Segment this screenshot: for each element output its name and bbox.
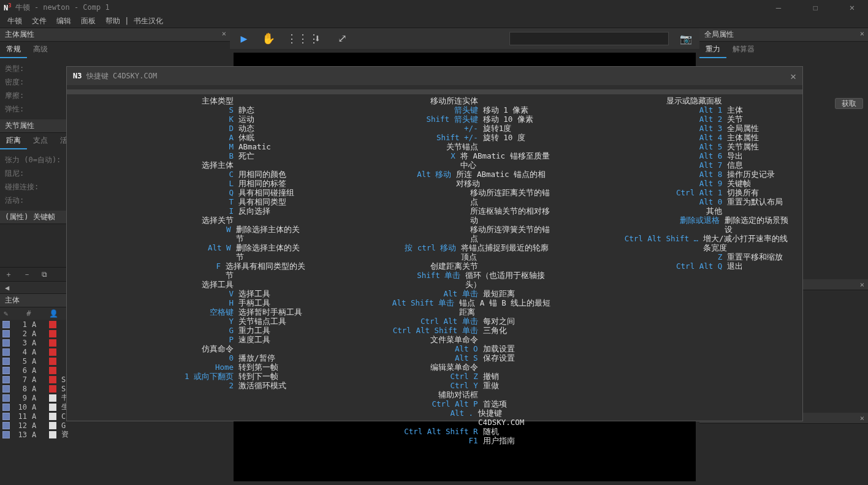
shortcut-key: Ctrl Alt Shift 单击 [319,326,478,335]
shortcut-desc: 主体 [727,105,743,115]
brush-icon[interactable]: ✎ [4,309,8,318]
play-icon[interactable]: ▶ [237,32,251,45]
person-icon[interactable]: 👤 [49,309,58,318]
shortcut-desc: 激活循环模式 [238,381,286,390]
menu-panel[interactable]: 面板 [81,16,96,26]
shortcut-key: Shift 箭头键 [319,115,478,124]
shortcut-desc: ABmatic [238,142,271,151]
remove-icon[interactable]: － [23,269,31,280]
layer-tag-swatch [49,367,56,374]
tab-gravity[interactable]: 重力 [699,42,726,58]
get-button[interactable]: 获取 [835,98,863,109]
menu-newton[interactable]: 牛顿 [7,16,22,26]
app-logo: N3 [73,72,82,80]
shortcut-desc: 退出 [727,261,743,271]
body-props-header: 主体属性 × [0,28,230,42]
shortcut-key: 空格键 [74,307,234,317]
expand-icon[interactable]: ⤢ [335,32,349,45]
layer-type: A [32,394,44,402]
shortcut-desc: 锚点 A 锚 B 线上的最短距离 [459,298,550,317]
close-icon[interactable]: ✕ [840,2,864,12]
panel-close-icon[interactable]: × [860,280,864,289]
maximize-icon[interactable]: ☐ [803,2,828,12]
shortcut-key: Ctrl Alt 1 [563,188,722,197]
layer-tag-swatch [49,404,56,411]
panel-close-icon[interactable]: × [860,29,864,38]
shortcut-desc: 旋转 10 度 [483,133,525,142]
search-input[interactable] [509,32,669,45]
shortcut-desc: 保存设置 [483,353,515,363]
shortcut-desc: 动态 [238,124,254,133]
shortcut-desc: 快捷键 C4DSKY.COM [478,408,550,427]
menu-file[interactable]: 文件 [32,16,47,26]
shortcut-key: Z [563,252,722,261]
layer-number: 5 [15,357,27,366]
camera-icon[interactable]: 📷 [680,33,692,45]
shortcut-desc: 首选项 [483,399,507,408]
shortcut-desc: 播放/暂停 [238,353,275,363]
dialog-title: 快捷键 C4DSKY.COM [86,71,157,81]
layer-tag-swatch [49,330,56,337]
panel-close-icon[interactable]: × [860,414,864,423]
tab-pivot[interactable]: 支点 [27,133,54,149]
shortcut-column-2: 移动所连实体箭头键移动 1 像素Shift 箭头键移动 10 像素+/-旋转1度… [319,96,551,445]
collision-label: 碰撞连接: [5,182,39,192]
shortcut-desc: 随机 [483,427,499,436]
grid-icon[interactable]: ⋮⋮⋮ [286,32,300,45]
layer-number: 6 [15,366,27,375]
layer-color-swatch [2,385,10,393]
hand-icon[interactable]: ✋ [262,32,275,45]
panel-close-icon[interactable]: × [222,29,226,38]
shortcut-key: I [74,206,234,216]
layer-type: A [32,366,44,375]
shortcut-desc: 移动所连距离关节的锚点 [470,188,551,206]
shortcut-key: V [74,289,234,298]
layer-color-swatch [2,376,10,383]
tab-advanced[interactable]: 高级 [27,42,54,58]
shortcut-desc: 休眠 [238,133,254,142]
global-props-header: 全局属性 × [699,28,868,42]
menu-help[interactable]: 帮助 | 书生汉化 [105,16,163,26]
shortcut-key: G [74,326,234,335]
shortcut-desc: 所连枢轴关节的相对移动 [470,206,551,225]
shortcut-column-1: 主体类型S静态K运动D动态A休眠MABmaticB死亡选择主体C用相同的颜色L用… [74,96,306,445]
shortcut-desc: 重置平移和缩放 [727,252,783,261]
back-icon[interactable]: ◀ [5,284,9,292]
shortcut-desc: 重力工具 [238,326,270,335]
down-arrow-icon[interactable]: ⬇ [311,32,324,45]
shortcut-desc: 速度工具 [238,335,270,344]
shortcut-key: L [74,179,234,188]
shortcut-desc: 将 ABmatic 锚移至质量中心 [460,151,550,170]
minimize-icon[interactable]: — [766,2,791,12]
shortcut-key: Alt 8 [563,170,722,179]
add-icon[interactable]: ＋ [5,269,12,280]
shortcut-desc: 操作历史记录 [727,170,775,179]
shortcut-key: T [74,197,234,206]
shortcut-desc: 每对之间 [483,317,515,326]
layer-color-swatch [2,367,10,374]
tab-solver[interactable]: 解算器 [726,42,761,58]
shortcut-desc: 三角化 [483,326,507,335]
layer-type: A [32,385,44,393]
shortcut-key: Alt 6 [563,151,722,160]
shortcut-desc: 移动 10 像素 [483,115,533,124]
shortcut-desc: 反向选择 [238,206,270,216]
dialog-close-icon[interactable]: ✕ [790,70,796,82]
shortcut-desc: 旋转1度 [483,124,512,133]
shortcut-desc: 重置为默认布局 [727,197,783,206]
layer-color-swatch [2,330,10,337]
live-label: 活动: [5,195,24,206]
shortcut-key: Shift +/- [319,133,478,142]
preview-toolbar: ▶ ✋ ⋮⋮⋮ ⬇ ⤢ 📷 [230,28,699,49]
layer-tag-swatch [49,422,56,429]
shortcut-key: B [74,151,234,160]
shortcut-desc: 信息 [727,160,743,170]
tab-normal[interactable]: 常规 [0,42,27,58]
shortcut-desc: 加载设置 [483,344,515,353]
shortcut-key: Ctrl Z [319,372,478,381]
tab-distance[interactable]: 距离 [0,133,27,149]
shortcut-key: Alt 1 [563,105,722,115]
shortcut-desc: 切换所有 [727,188,759,197]
copy-icon[interactable]: ⧉ [42,270,47,279]
menu-edit[interactable]: 编辑 [56,16,71,26]
